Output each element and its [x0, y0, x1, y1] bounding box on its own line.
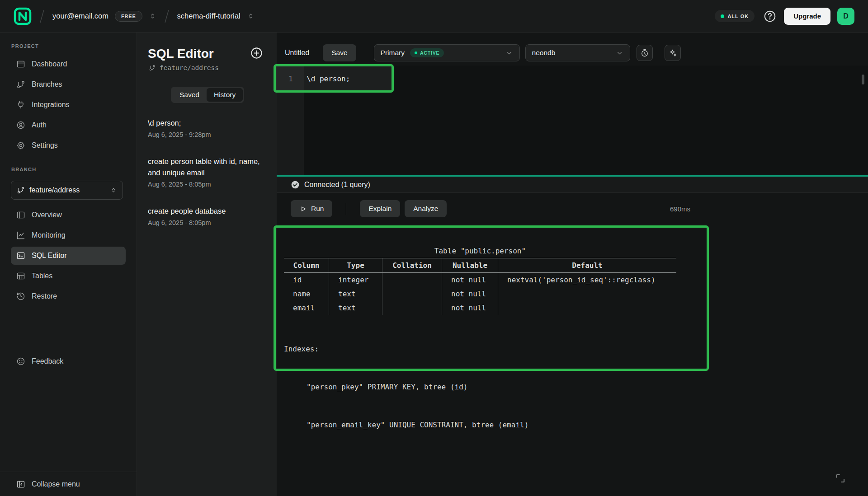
query-history-list: \d person; Aug 6, 2025 - 9:28pm create p… — [148, 117, 267, 244]
index-line: "person_email_key" UNIQUE CONSTRAINT, bt… — [284, 419, 676, 431]
result-cell — [382, 287, 442, 301]
help-button[interactable] — [763, 9, 777, 23]
top-bar: your@email.com FREE schema-diff-tutorial… — [0, 0, 868, 33]
tab-saved[interactable]: Saved — [172, 88, 207, 102]
query-tab-title[interactable]: Untitled — [285, 44, 309, 61]
collapse-menu-button[interactable]: Collapse menu — [0, 472, 137, 496]
result-col-header: Collation — [382, 258, 442, 272]
query-timer-button[interactable] — [637, 45, 653, 61]
result-cell — [382, 273, 442, 287]
sidebar-item-settings[interactable]: Settings — [11, 136, 126, 154]
sidebar: PROJECT Dashboard Branches Integrations … — [0, 33, 137, 496]
table-icon — [16, 271, 25, 281]
neon-logo-icon[interactable] — [14, 7, 32, 25]
feedback-smiley-icon — [16, 357, 25, 366]
result-col-header: Default — [498, 258, 676, 272]
fullscreen-button[interactable] — [835, 473, 846, 484]
plan-badge: FREE — [115, 11, 142, 22]
result-cell — [382, 301, 442, 315]
status-ok-dot-icon — [721, 14, 724, 18]
topbar-right-group: ALL OK Upgrade D — [715, 8, 854, 25]
chevron-down-icon — [616, 49, 623, 57]
result-indexes: Indexes: "person_pkey" PRIMARY KEY, btre… — [284, 318, 676, 457]
result-cell: email — [284, 301, 329, 315]
chart-line-icon — [16, 231, 25, 240]
neon-console-app: your@email.com FREE schema-diff-tutorial… — [0, 0, 868, 496]
sidebar-item-auth[interactable]: Auth — [11, 116, 126, 134]
chevrons-up-down-icon — [110, 187, 117, 194]
result-col-header: Column — [284, 258, 329, 272]
sidebar-item-monitoring[interactable]: Monitoring — [11, 226, 126, 244]
result-col-header: Type — [329, 258, 382, 272]
sidebar-item-dashboard[interactable]: Dashboard — [11, 55, 126, 73]
database-select[interactable]: neondb — [525, 44, 630, 61]
result-cell: not null — [442, 301, 498, 315]
expand-icon — [835, 473, 846, 484]
new-query-button[interactable] — [249, 46, 264, 60]
chevron-down-icon — [505, 49, 513, 57]
code-line[interactable]: 1 \d person; — [277, 72, 868, 86]
branch-selector[interactable]: feature/address — [11, 181, 123, 200]
sidebar-item-branches[interactable]: Branches — [11, 75, 126, 94]
history-item[interactable]: \d person; Aug 6, 2025 - 9:28pm — [148, 117, 267, 140]
upgrade-button[interactable]: Upgrade — [784, 8, 830, 25]
org-switcher-chevrons-icon[interactable] — [149, 12, 156, 20]
auth-user-icon — [16, 121, 25, 130]
sidebar-item-tables[interactable]: Tables — [11, 267, 126, 285]
connection-status-bar: Connected (1 query) — [277, 177, 868, 193]
compute-select-value: Primary — [381, 49, 405, 57]
status-badge[interactable]: ALL OK — [715, 10, 755, 22]
sidebar-item-overview[interactable]: Overview — [11, 206, 126, 224]
tab-history[interactable]: History — [207, 88, 243, 102]
collapse-panel-icon — [16, 480, 25, 489]
database-select-value: neondb — [532, 49, 556, 57]
compute-select[interactable]: Primary ACTIVE — [374, 44, 520, 61]
sidebar-item-sql-editor[interactable]: SQL Editor — [11, 247, 126, 265]
indexes-label: Indexes: — [284, 343, 676, 356]
editor-scrollbar[interactable] — [862, 75, 864, 84]
check-circle-icon — [291, 180, 300, 189]
ai-assist-button[interactable] — [665, 45, 681, 61]
feedback-list: Feedback — [0, 352, 137, 373]
breadcrumb-slash-icon — [39, 9, 45, 23]
result-table: Table "public.person" Column Type Collat… — [284, 244, 676, 315]
user-avatar[interactable]: D — [837, 8, 854, 25]
current-branch-label: feature/address — [149, 64, 219, 71]
index-line: "person_pkey" PRIMARY KEY, btree (id) — [284, 381, 676, 393]
sidebar-item-feedback[interactable]: Feedback — [11, 352, 126, 370]
compute-active-badge: ACTIVE — [410, 48, 444, 57]
integrations-icon — [16, 100, 25, 109]
branch-nav-list: Overview Monitoring SQL Editor Tables Re… — [0, 206, 137, 308]
result-cell — [498, 287, 676, 301]
status-badge-label: ALL OK — [727, 14, 749, 19]
history-item[interactable]: create people database Aug 6, 2025 - 8:0… — [148, 206, 267, 228]
analyze-button[interactable]: Analyze — [405, 200, 447, 217]
run-button[interactable]: Run — [291, 200, 332, 217]
sidebar-item-integrations[interactable]: Integrations — [11, 96, 126, 114]
breadcrumb-slash-icon — [164, 9, 170, 23]
git-branch-icon — [16, 80, 25, 89]
save-button[interactable]: Save — [323, 44, 356, 61]
query-actions-bar: Run Explain Analyze 690ms — [277, 193, 868, 225]
result-table-title: Table "public.person" — [284, 244, 676, 258]
play-icon — [299, 205, 307, 213]
terminal-icon — [16, 251, 25, 260]
branch-section-label: BRANCH — [11, 167, 36, 172]
result-cell: integer — [329, 273, 382, 287]
history-item[interactable]: create person table with id, name, and u… — [148, 156, 267, 189]
result-cell: text — [329, 301, 382, 315]
project-switcher-chevrons-icon[interactable] — [247, 12, 255, 20]
sql-editor-panel: SQL Editor feature/address Saved History… — [137, 33, 277, 496]
gear-icon — [16, 141, 25, 150]
connection-status-label: Connected (1 query) — [304, 181, 370, 189]
code-text: \d person; — [307, 75, 350, 83]
editor-toolbar: Untitled Save Primary ACTIVE neondb — [277, 33, 868, 66]
explain-button[interactable]: Explain — [360, 200, 400, 217]
sidebar-item-restore[interactable]: Restore — [11, 287, 126, 305]
stopwatch-icon — [640, 48, 649, 57]
result-cell: id — [284, 273, 329, 287]
divider — [346, 203, 346, 215]
code-editor[interactable]: 1 \d person; — [277, 66, 868, 175]
sparkles-icon — [668, 48, 677, 57]
history-restore-icon — [16, 292, 25, 301]
